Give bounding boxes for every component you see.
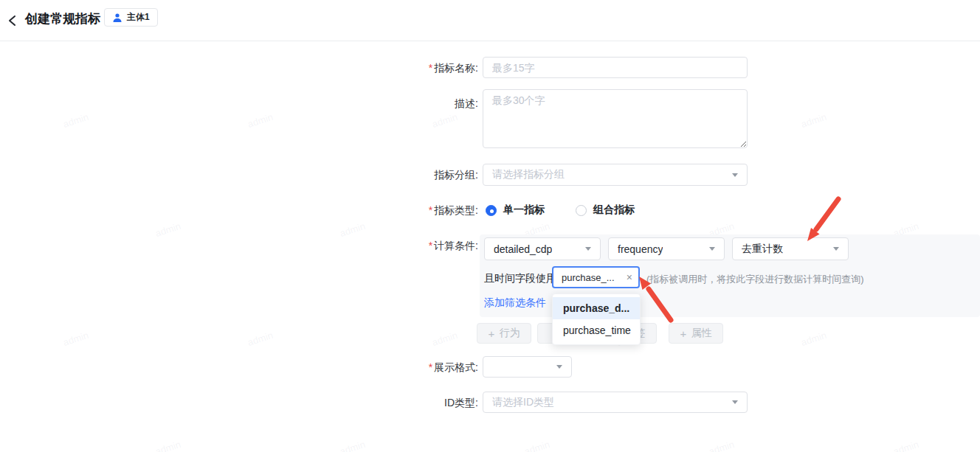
required-mark: * — [429, 361, 432, 373]
aggregation-select[interactable]: 去重计数 — [732, 237, 849, 260]
dropdown-option-purchase-time[interactable]: purchase_time — [553, 319, 640, 341]
field-label-format: *展示格式: — [310, 361, 478, 375]
close-icon[interactable]: × — [627, 272, 632, 282]
radio-composite-metric[interactable]: 组合指标 — [576, 204, 635, 217]
add-filter-link[interactable]: 添加筛选条件 — [484, 296, 546, 310]
subject-badge[interactable]: 主体1 — [104, 8, 158, 27]
chevron-down-icon — [732, 173, 738, 177]
chevron-down-icon — [585, 247, 591, 251]
description-textarea[interactable] — [483, 89, 748, 148]
dropdown-option-purchase-date[interactable]: purchase_d... — [553, 297, 640, 319]
radio-single-metric[interactable]: 单一指标 — [486, 204, 545, 217]
metric-group-placeholder: 请选择指标分组 — [492, 168, 565, 181]
plus-icon: + — [680, 328, 687, 339]
back-button[interactable] — [7, 12, 21, 29]
metric-name-input[interactable] — [483, 57, 748, 78]
chevron-down-icon — [732, 400, 738, 404]
field-label-idtype: ID类型: — [310, 397, 478, 410]
chevron-down-icon — [556, 365, 562, 369]
create-metric-page: adminadminadminadminadminadminadminadmin… — [0, 0, 980, 452]
radio-checked-icon — [486, 205, 497, 216]
metric-group-select[interactable]: 请选择指标分组 — [483, 164, 748, 186]
field-label-condition: *计算条件: — [310, 240, 478, 253]
time-field-prefix: 且时间字段使用 — [484, 272, 556, 285]
field-label-type: *指标类型: — [310, 204, 478, 218]
radio-unchecked-icon — [576, 205, 587, 216]
field-label-desc: 描述: — [310, 97, 478, 111]
required-mark: * — [429, 204, 432, 216]
subject-badge-label: 主体1 — [127, 11, 150, 24]
plus-icon: + — [489, 328, 495, 339]
display-format-select[interactable] — [483, 356, 572, 378]
add-behavior-button[interactable]: + 行为 — [477, 323, 531, 344]
add-attribute-button[interactable]: + 属性 — [669, 323, 723, 344]
field-label-group: 指标分组: — [310, 169, 478, 182]
id-type-select[interactable]: 请选择ID类型 — [483, 392, 748, 413]
chevron-down-icon — [709, 247, 715, 251]
chevron-left-icon — [7, 15, 18, 27]
time-field-hint: (指标被调用时，将按此字段进行数据计算时间查询) — [646, 273, 864, 286]
page-header: 创建常规指标 主体1 — [0, 0, 980, 41]
time-field-value: purchase_... — [562, 272, 622, 283]
time-field-select[interactable]: purchase_... × — [552, 266, 640, 288]
field-select[interactable]: frequency — [608, 237, 725, 260]
time-field-dropdown: purchase_d... purchase_time — [552, 293, 641, 345]
chevron-down-icon — [833, 247, 839, 251]
metric-type-radio-group: 单一指标 组合指标 — [486, 204, 666, 217]
required-mark: * — [429, 240, 432, 251]
id-type-placeholder: 请选择ID类型 — [492, 396, 554, 409]
field-label-name: *指标名称: — [310, 62, 478, 75]
page-title: 创建常规指标 — [25, 10, 100, 27]
data-table-select[interactable]: detailed_cdp — [484, 237, 601, 260]
user-icon — [112, 13, 122, 23]
required-mark: * — [429, 62, 432, 74]
